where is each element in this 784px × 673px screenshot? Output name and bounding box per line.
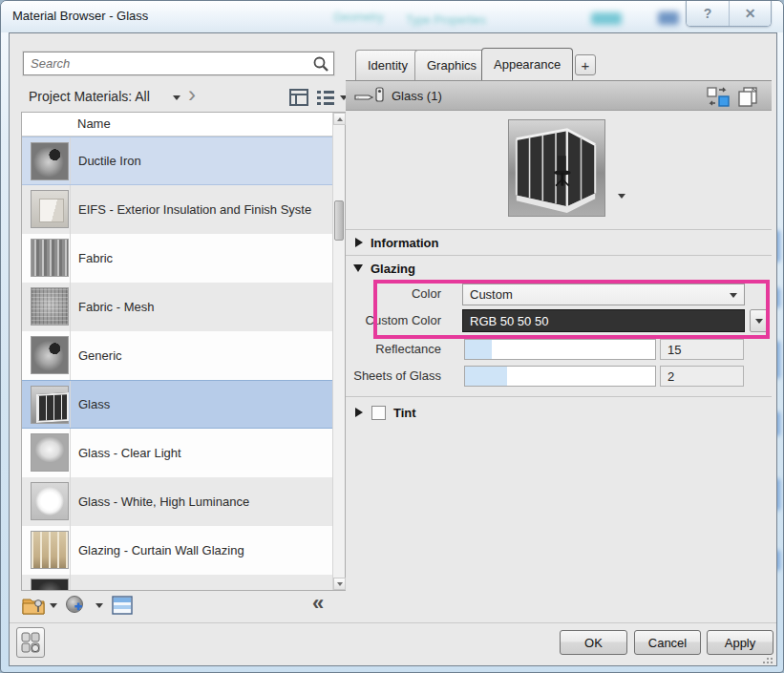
material-preview[interactable] (508, 119, 605, 217)
tab-identity[interactable]: Identity (355, 50, 420, 80)
material-thumbnail (31, 386, 69, 424)
sheets-slider[interactable] (464, 366, 656, 387)
chevron-down-icon (730, 293, 737, 298)
material-thumbnail (31, 482, 69, 520)
slider-fill (465, 367, 507, 386)
search-input[interactable]: Search (23, 52, 334, 75)
list-item-glass[interactable]: Glass (22, 380, 332, 429)
breadcrumb-chevron-icon: › (188, 81, 196, 108)
window-title: Material Browser - Glass (12, 9, 148, 23)
collapsed-arrow-icon (355, 238, 363, 247)
background-blob (658, 11, 679, 25)
list-item-eifs[interactable]: EIFS - Exterior Insulation and Finish Sy… (22, 185, 332, 234)
toggle-panel-icon[interactable] (287, 86, 310, 109)
material-name: Glass - Clear Light (70, 429, 332, 477)
list-item-ductile-iron[interactable]: Ductile Iron (22, 137, 332, 185)
expanded-arrow-icon (353, 264, 363, 272)
scope-row: Project Materials: All › (23, 83, 334, 110)
sheets-value-text: 2 (667, 369, 674, 384)
chevron-down-icon[interactable] (50, 603, 57, 608)
section-label: Tint (393, 406, 416, 420)
preview-zone (346, 111, 772, 229)
resize-grip[interactable] (762, 656, 773, 664)
apply-button[interactable]: Apply (707, 630, 773, 655)
collapse-panel-button[interactable]: « (312, 591, 322, 616)
list-item-glass-clear-light[interactable]: Glass - Clear Light (22, 429, 332, 477)
window-controls: ? ✕ (686, 1, 772, 27)
custom-color-label: Custom Color (296, 313, 441, 327)
collapsed-arrow-icon (355, 408, 363, 417)
name-column-header: Name (77, 116, 111, 131)
material-name: EIFS - Exterior Insulation and Finish Sy… (70, 185, 332, 234)
asset-bar: Glass (1) (346, 80, 772, 111)
chevron-down-icon[interactable] (173, 95, 180, 100)
section-label: Glazing (371, 262, 415, 276)
list-item-glazing-curtain-wall[interactable]: Glazing - Curtain Wall Glazing (22, 526, 332, 575)
list-item-fabric-mesh[interactable]: Fabric - Mesh (22, 283, 332, 331)
sheets-value[interactable]: 2 (660, 366, 744, 387)
background-hint-text: Type Properties (406, 13, 486, 27)
section-information[interactable]: Information (346, 230, 772, 255)
divider (10, 622, 776, 623)
reflectance-value-text: 15 (667, 343, 681, 357)
search-placeholder: Search (31, 56, 70, 71)
search-icon[interactable] (312, 55, 329, 73)
material-name: Glass - White, High Luminance (70, 477, 332, 526)
list-header[interactable]: Name (22, 113, 332, 137)
open-library-folder-icon[interactable] (21, 594, 46, 617)
swap-asset-icon[interactable] (706, 86, 731, 107)
reflectance-label: Reflectance (296, 342, 441, 356)
custom-color-value: RGB 50 50 50 (470, 314, 548, 328)
section-tint[interactable]: Tint (346, 400, 772, 425)
color-value: Custom (470, 287, 513, 302)
scroll-up-button[interactable] (333, 113, 346, 125)
tab-graphics[interactable]: Graphics (414, 50, 489, 80)
slider-fill (465, 340, 492, 359)
duplicate-asset-icon[interactable] (736, 86, 759, 108)
create-material-icon[interactable] (63, 594, 88, 617)
sheets-label: Sheets of Glass (296, 368, 441, 383)
material-browser-window: Geometry Type Properties Material Browse… (0, 0, 784, 673)
add-tab-button[interactable]: + (575, 54, 596, 75)
preview-options-button[interactable] (615, 189, 628, 202)
material-thumbnail (31, 578, 69, 590)
material-thumbnail (31, 336, 69, 374)
custom-color-dropdown-button[interactable] (750, 309, 769, 332)
section-glazing[interactable]: Glazing (346, 256, 772, 281)
list-item-glass-white[interactable]: Glass - White, High Luminance (22, 477, 332, 526)
ok-button[interactable]: OK (560, 630, 627, 655)
material-name: Fabric - Mesh (70, 283, 332, 331)
reflectance-value[interactable]: 15 (660, 339, 744, 360)
close-button[interactable]: ✕ (729, 1, 771, 26)
cancel-button[interactable]: Cancel (634, 630, 701, 655)
scrollbar-thumb[interactable] (334, 200, 344, 241)
reflectance-slider[interactable] (464, 339, 656, 360)
list-item-generic[interactable]: Generic (22, 331, 332, 380)
divider (346, 396, 772, 397)
material-thumbnail (31, 531, 69, 569)
material-thumbnail (31, 287, 69, 326)
material-thumbnail (31, 142, 69, 180)
tab-appearance[interactable]: Appearance (481, 48, 573, 80)
asset-title: Glass (1) (392, 89, 442, 103)
custom-color-swatch[interactable]: RGB 50 50 50 (462, 309, 745, 332)
scroll-down-button[interactable] (333, 578, 346, 590)
color-dropdown[interactable]: Custom (462, 284, 745, 305)
list-item-fabric[interactable]: Fabric (22, 234, 332, 283)
manage-library-button[interactable] (16, 627, 45, 658)
view-list-icon[interactable] (314, 86, 337, 109)
material-name: Generic (70, 331, 332, 380)
material-name: Glass (70, 381, 332, 428)
library-toolbar: « (21, 592, 346, 620)
dialog-body: Search Project Materials: All › (9, 32, 777, 666)
open-material-editor-icon[interactable] (110, 594, 135, 617)
title-bar[interactable]: Geometry Type Properties Material Browse… (1, 1, 783, 32)
chevron-down-icon[interactable] (95, 603, 103, 608)
scope-dropdown[interactable]: Project Materials: All (29, 89, 150, 104)
help-button[interactable]: ? (687, 1, 729, 26)
material-name: Fabric (70, 234, 332, 283)
color-label: Color (296, 286, 441, 301)
tint-checkbox[interactable] (371, 406, 386, 420)
list-item-partial[interactable] (22, 575, 332, 590)
library-grid-icon (21, 631, 40, 654)
